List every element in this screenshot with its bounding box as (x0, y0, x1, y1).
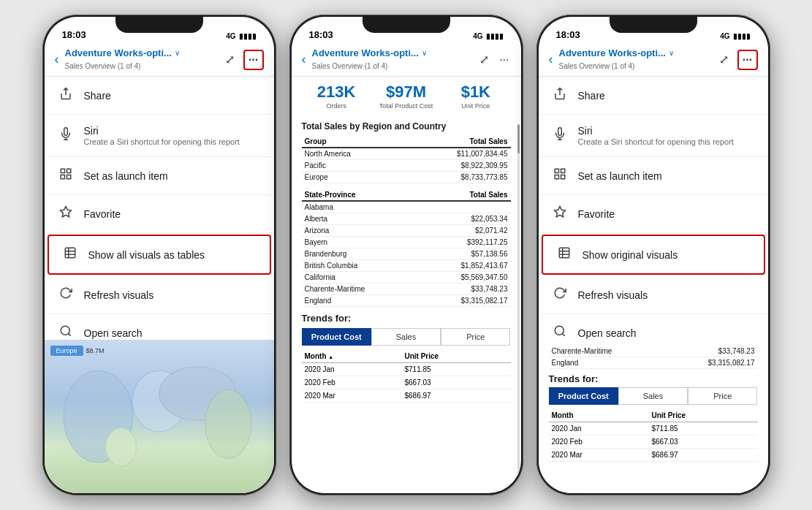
expand-icon-1[interactable]: ⤢ (224, 51, 236, 68)
tab-price-2[interactable]: Price (441, 328, 510, 346)
nav-title-1: Adventure Works-opti... (65, 47, 172, 58)
menu-launch-3[interactable]: Set as launch item (539, 157, 768, 195)
state-cell-alabama: Alabama (302, 201, 419, 213)
nav-subtitle-3: Sales Overview (1 of 4) (559, 62, 635, 70)
trends-tabs-2: Product Cost Sales Price (302, 328, 511, 346)
bg-tabs-3: Product Cost Sales Price (549, 387, 758, 405)
svg-point-15 (105, 428, 136, 466)
siri-text-1: Siri Create a Siri shortcut for opening … (84, 125, 240, 146)
region-cell-name-2: Europe (302, 172, 402, 183)
scrollbar-thumb-2 (517, 124, 520, 153)
nav-chevron-2[interactable]: ∨ (422, 49, 427, 57)
bg-tab-sales-3[interactable]: Sales (618, 387, 688, 405)
siri-label-1: Siri (84, 125, 240, 137)
kpi-orders-value: 213K (302, 83, 371, 102)
trend-month-2-2: 2020 Mar (302, 389, 402, 403)
bg-tab-cost-3[interactable]: Product Cost (549, 387, 618, 405)
menu-refresh-1[interactable]: Refresh visuals (45, 276, 274, 314)
battery-icon-2: ▮▮▮▮ (486, 32, 504, 40)
siri-text-3: Siri Create a Siri shortcut for opening … (578, 125, 734, 146)
menu-refresh-3[interactable]: Refresh visuals (539, 276, 768, 314)
expand-icon-2[interactable]: ⤢ (478, 51, 490, 68)
phone-3: 18:03 4G ▮▮▮▮ ‹ Adventure Works-opti... … (536, 15, 770, 495)
refresh-icon-1 (58, 286, 74, 303)
menu-share-1[interactable]: Share (45, 77, 274, 115)
region-row-1: Pacific $8,922,309.95 (302, 160, 511, 172)
original-icon-3 (556, 246, 572, 263)
back-button-2[interactable]: ‹ (302, 52, 306, 67)
siri-sublabel-1: Create a Siri shortcut for opening this … (84, 137, 240, 146)
tab-sales-2[interactable]: Sales (371, 328, 441, 346)
nav-actions-1: ⤢ ··· (224, 50, 264, 70)
back-button-3[interactable]: ‹ (549, 52, 553, 67)
menu-siri-1[interactable]: Siri Create a Siri shortcut for opening … (45, 115, 274, 157)
notch-3 (610, 17, 697, 33)
nav-chevron-3[interactable]: ∨ (669, 49, 674, 57)
bg-trend-month-col-3: Month (549, 409, 649, 422)
region-col-group: Group (302, 136, 402, 148)
svg-line-26 (562, 333, 564, 335)
bg-trend-table-3: Month Unit Price 2020 Jan $711.85 2020 F… (549, 409, 758, 462)
menu-show-original-3[interactable]: Show original visuals (542, 235, 765, 275)
more-button-1[interactable]: ··· (243, 50, 264, 70)
share-icon-3 (552, 87, 568, 104)
region-cell-name-0: North America (302, 148, 402, 160)
state-row-charente: Charente-Maritime $33,748.23 (302, 283, 511, 295)
menu-show-tables-1[interactable]: Show all visuals as tables (48, 235, 271, 275)
more-button-3[interactable]: ··· (737, 50, 758, 70)
state-cell-california: California (302, 272, 419, 283)
tab-product-cost-2[interactable]: Product Cost (302, 328, 371, 346)
show-tables-text-1: Show all visuals as tables (88, 249, 205, 261)
expand-icon-3[interactable]: ⤢ (718, 51, 730, 68)
state-cell-alberta-val: $22,053.34 (418, 213, 510, 225)
menu-launch-1[interactable]: Set as launch item (45, 157, 274, 195)
bg-tab-price-3[interactable]: Price (688, 387, 757, 405)
menu-favorite-3[interactable]: Favorite (539, 195, 768, 233)
scrollbar-2[interactable] (517, 124, 520, 486)
nav-actions-3: ⤢ ··· (718, 50, 758, 70)
siri-icon-3 (552, 127, 568, 144)
svg-rect-17 (561, 169, 564, 172)
nav-actions-2: ⤢ ··· (478, 51, 510, 68)
bg-content-3: Charente-Maritime $33,748.23 England $3,… (539, 340, 768, 493)
svg-point-9 (61, 326, 69, 335)
search-text-1: Open search (84, 327, 143, 339)
trend-table-2: Month ▲ Unit Price 2020 Jan $711.85 2020… (302, 350, 511, 403)
show-original-label-3: Show original visuals (583, 249, 678, 261)
region-cell-val-0: $11,007,834.45 (402, 148, 511, 160)
launch-text-3: Set as launch item (578, 170, 662, 182)
refresh-label-1: Refresh visuals (84, 289, 154, 301)
refresh-text-3: Refresh visuals (578, 289, 648, 301)
state-cell-brandenburg-val: $57,138.56 (418, 248, 510, 260)
menu-share-3[interactable]: Share (539, 77, 768, 115)
refresh-text-1: Refresh visuals (84, 289, 154, 301)
region-cell-name-1: Pacific (302, 160, 402, 172)
signal-icon-2: 4G (473, 32, 482, 40)
back-button-1[interactable]: ‹ (55, 52, 59, 67)
nav-chevron-1[interactable]: ∨ (175, 49, 180, 57)
launch-icon-1 (58, 167, 74, 184)
show-original-text-3: Show original visuals (583, 249, 678, 261)
bg-charente-name-3: Charente-Maritime (549, 346, 666, 357)
svg-marker-4 (60, 207, 71, 217)
bg-trend-row-1-3: 2020 Feb $667.03 (549, 435, 758, 449)
battery-icon-3: ▮▮▮▮ (733, 32, 751, 40)
state-cell-charente: Charente-Maritime (302, 283, 419, 295)
menu-favorite-1[interactable]: Favorite (45, 195, 274, 233)
region-cell-val-2: $8,733,773.85 (402, 172, 511, 183)
region-table-2: Group Total Sales North America $11,007,… (302, 136, 511, 183)
more-icon-2[interactable]: ··· (498, 52, 510, 68)
launch-text-1: Set as launch item (84, 170, 168, 182)
region-cell-val-1: $8,922,309.95 (402, 160, 511, 172)
svg-marker-20 (554, 207, 565, 217)
trend-price-2-2: $686.97 (401, 389, 510, 403)
nav-bar-1: ‹ Adventure Works-opti... ∨ Sales Overvi… (45, 43, 274, 77)
show-tables-label-1: Show all visuals as tables (88, 249, 205, 261)
search-label-1: Open search (84, 327, 143, 339)
state-row-alberta: Alberta $22,053.34 (302, 213, 511, 225)
menu-siri-3[interactable]: Siri Create a Siri shortcut for opening … (539, 115, 768, 157)
trends-label-2: Trends for: (302, 313, 511, 324)
bg-trend-month-1-3: 2020 Feb (549, 435, 649, 449)
state-col-province: State-Province (302, 189, 419, 201)
bg-trend-price-col-3: Unit Price (648, 409, 757, 422)
